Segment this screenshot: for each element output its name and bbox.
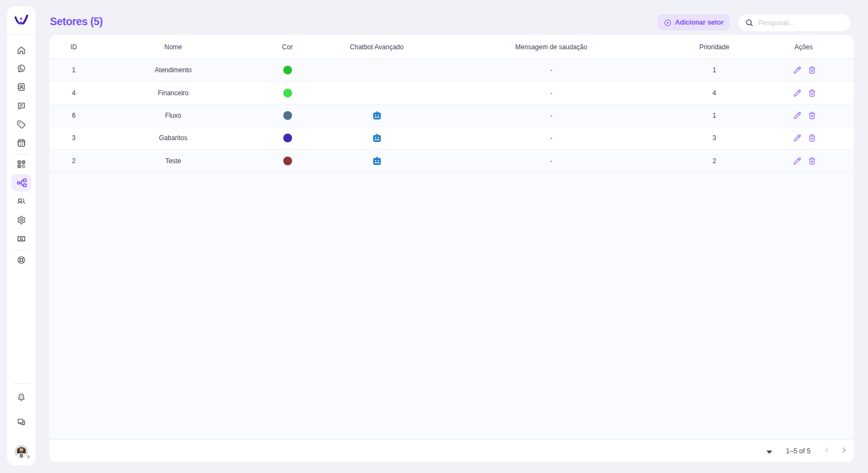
svg-text:12: 12	[20, 142, 23, 146]
